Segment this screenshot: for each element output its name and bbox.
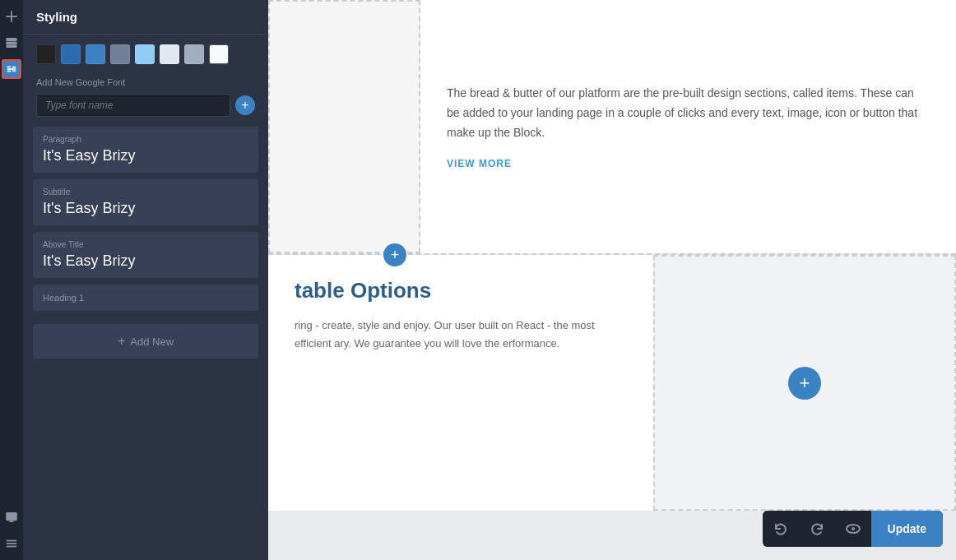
google-font-label: Add New Google Font [36, 77, 255, 87]
left-toolbar [0, 0, 23, 560]
svg-rect-0 [7, 39, 16, 41]
heading-card[interactable]: Heading 1 [33, 285, 258, 311]
preview-button[interactable] [835, 511, 871, 547]
style-icon[interactable] [2, 59, 21, 79]
color-swatch-light-blue[interactable] [86, 44, 105, 64]
paragraph-label: Paragraph [43, 135, 248, 144]
layers-icon[interactable] [2, 33, 21, 53]
paragraph-font-name: It's Easy Brizy [43, 147, 248, 164]
svg-rect-1 [7, 42, 16, 44]
heading-label: Heading 1 [43, 293, 248, 303]
update-button[interactable]: Update [871, 511, 943, 547]
main-content: The bread & butter of our platform are t… [268, 0, 956, 560]
bottom-left-content: table Options ring - create, style and e… [268, 255, 653, 511]
screen-icon[interactable] [2, 507, 21, 527]
svg-rect-3 [12, 67, 16, 72]
subtitle-font-name: It's Easy Brizy [43, 200, 248, 217]
above-title-label: Above Title [43, 240, 248, 249]
above-title-font-card[interactable]: Above Title It's Easy Brizy [33, 232, 258, 278]
bottom-toolbar: Update [763, 511, 943, 547]
top-right-paragraph: The bread & butter of our platform are t… [447, 84, 930, 142]
font-input-row: + [36, 94, 255, 117]
color-swatches [23, 35, 268, 74]
undo-button[interactable] [763, 511, 799, 547]
menu-icon[interactable] [2, 534, 21, 553]
panel-title: Styling [23, 0, 268, 35]
font-name-input[interactable] [36, 94, 230, 117]
google-font-section: Add New Google Font + [23, 74, 268, 127]
top-right-text-block: The bread & butter of our platform are t… [420, 0, 956, 253]
svg-rect-6 [7, 543, 16, 544]
svg-rect-7 [7, 546, 16, 548]
color-swatch-blue[interactable] [61, 44, 81, 64]
add-block-button[interactable]: + [788, 367, 821, 400]
color-swatch-gray-blue[interactable] [110, 44, 130, 64]
view-more-link[interactable]: VIEW MORE [447, 158, 930, 169]
svg-rect-4 [7, 513, 16, 521]
add-new-plus-icon: + [118, 334, 125, 349]
subtitle-font-card[interactable]: Subtitle It's Easy Brizy [33, 179, 258, 225]
color-swatch-white[interactable] [209, 44, 229, 64]
styling-panel: Styling Add New Google Font + Paragraph … [23, 0, 268, 560]
bottom-right-placeholder: + [653, 255, 956, 511]
bottom-heading: table Options [295, 278, 627, 303]
font-add-button[interactable]: + [235, 95, 255, 115]
color-swatch-light-gray[interactable] [160, 44, 179, 64]
color-swatch-medium-gray[interactable] [184, 44, 204, 64]
svg-point-9 [852, 527, 855, 530]
add-new-button[interactable]: + Add New [33, 324, 258, 359]
subtitle-label: Subtitle [43, 187, 248, 197]
color-swatch-black[interactable] [36, 44, 56, 64]
redo-button[interactable] [799, 511, 835, 547]
svg-rect-2 [7, 46, 16, 48]
add-icon[interactable] [2, 7, 21, 26]
paragraph-font-card[interactable]: Paragraph It's Easy Brizy [33, 127, 258, 173]
svg-rect-5 [7, 540, 16, 542]
add-new-label: Add New [130, 336, 174, 348]
above-title-font-name: It's Easy Brizy [43, 252, 248, 270]
canvas: The bread & butter of our platform are t… [268, 0, 956, 560]
add-section-button[interactable]: + [383, 243, 406, 266]
color-swatch-sky[interactable] [135, 44, 155, 64]
top-left-placeholder [268, 0, 420, 253]
bottom-paragraph: ring - create, style and enjoy. Our user… [295, 317, 627, 353]
